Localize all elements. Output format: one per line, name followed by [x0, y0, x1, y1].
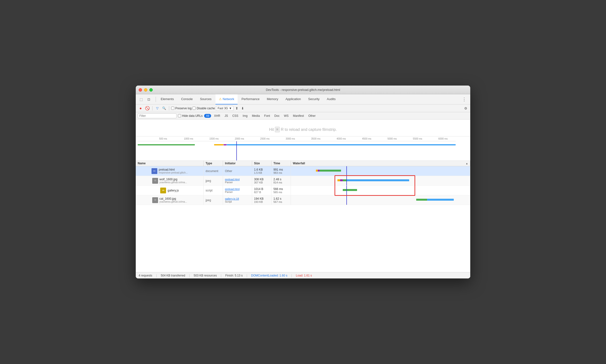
- hide-data-urls-input[interactable]: [178, 114, 181, 117]
- preserve-log-checkbox[interactable]: Preserve log: [171, 107, 192, 110]
- filter-doc-button[interactable]: Doc: [273, 114, 281, 118]
- preserve-log-input[interactable]: [171, 107, 174, 110]
- settings-button[interactable]: ⚙: [463, 106, 468, 111]
- tab-security[interactable]: Security: [305, 94, 323, 104]
- filter-all-button[interactable]: All: [204, 114, 211, 118]
- filter-input[interactable]: [138, 113, 176, 118]
- tab-audits[interactable]: Audits: [323, 94, 339, 104]
- file-url-4: yoavweiss.github.io/ima...: [159, 200, 187, 203]
- wf-marker-2: [346, 176, 347, 185]
- download-button[interactable]: ⬇: [240, 106, 245, 111]
- ruler-5500ms: 5500 ms: [413, 137, 422, 140]
- tab-sources[interactable]: Sources: [197, 94, 215, 104]
- td-waterfall-3: [291, 186, 470, 195]
- file-icon-wolf: 🖼: [152, 178, 158, 184]
- name-col-2: wolf_1600.jpg yoavweiss.github.io/ima...: [159, 178, 187, 184]
- file-url-1: responsive-preload.glitch...: [159, 171, 188, 174]
- tab-application[interactable]: Application: [282, 94, 304, 104]
- filter-css-button[interactable]: CSS: [231, 114, 240, 118]
- td-time-1: 991 ms 983 ms: [272, 166, 291, 176]
- name-col-1: preload.html responsive-preload.glitch..…: [159, 168, 188, 174]
- upload-button[interactable]: ⬆: [234, 106, 239, 111]
- devtools-window: DevTools - responsive-preload.glitch.me/…: [136, 86, 470, 278]
- filter-font-button[interactable]: Font: [263, 114, 272, 118]
- td-name-3: JS gallery.js: [136, 186, 204, 195]
- window-title: DevTools - responsive-preload.glitch.me/…: [266, 88, 340, 91]
- filter-js-button[interactable]: JS: [223, 114, 229, 118]
- record-button[interactable]: ●: [138, 105, 144, 111]
- td-initiator-3: preload.html Parser: [223, 186, 252, 195]
- load-time: Load: 1.61 s: [296, 274, 312, 277]
- device-icon[interactable]: ⊡: [145, 96, 152, 103]
- resources-size: 503 KB resources: [194, 274, 217, 277]
- td-size-2: 308 KB 307 KB: [252, 176, 272, 185]
- filter-img-button[interactable]: Img: [241, 114, 249, 118]
- filter-icon-button[interactable]: ▽: [154, 105, 160, 111]
- toolbar-divider-1: [152, 106, 152, 111]
- tab-icons: ⬚ ⊡: [138, 96, 152, 103]
- wf-marker-1: [346, 166, 347, 176]
- timeline-tracks: [138, 141, 456, 161]
- wf-bar-orange-2: [337, 179, 340, 181]
- network-toolbar: ● 🚫 ▽ 🔍 Preserve log Disable cache Fast …: [136, 104, 470, 112]
- ruler-4500ms: 4500 ms: [362, 137, 371, 140]
- table-row[interactable]: 🖼 wolf_1600.jpg yoavweiss.github.io/ima.…: [136, 176, 470, 186]
- filter-media-button[interactable]: Media: [250, 114, 261, 118]
- traffic-lights: [139, 88, 153, 91]
- wf-marker-4: [346, 195, 347, 205]
- td-waterfall-2: [291, 176, 470, 185]
- wf-bar-blue-4: [427, 199, 454, 201]
- filmstrip-area: Hit ⌘ R to reload and capture filmstrip.: [136, 119, 470, 136]
- td-name-2: 🖼 wolf_1600.jpg yoavweiss.github.io/ima.…: [136, 176, 204, 185]
- table-row[interactable]: <> preload.html responsive-preload.glitc…: [136, 166, 470, 176]
- stop-button[interactable]: 🚫: [145, 105, 150, 111]
- close-button[interactable]: [139, 88, 142, 91]
- table-row[interactable]: 🖼 cat_1600.jpg yoavweiss.github.io/ima..…: [136, 195, 470, 205]
- warning-icon: ⚠: [219, 97, 222, 101]
- tab-elements[interactable]: Elements: [157, 94, 177, 104]
- file-icon-cat: 🖼: [152, 197, 158, 203]
- filter-ws-button[interactable]: WS: [282, 114, 290, 118]
- wf-bar-orange: [316, 170, 317, 172]
- file-icon-js: JS: [160, 188, 166, 193]
- filter-xhr-button[interactable]: XHR: [212, 114, 222, 118]
- ruler-4000ms: 4000 ms: [336, 137, 346, 140]
- file-icon-html: <>: [152, 168, 157, 174]
- inspect-icon[interactable]: ⬚: [138, 96, 145, 103]
- status-bar: 4 requests | 504 KB transferred | 503 KB…: [136, 272, 470, 278]
- table-row[interactable]: JS gallery.js script preload.html Parser…: [136, 186, 470, 195]
- transferred-size: 504 KB transferred: [161, 274, 185, 277]
- tab-network[interactable]: ⚠ Network: [215, 94, 238, 104]
- maximize-button[interactable]: [149, 88, 153, 91]
- th-name: Name: [136, 161, 204, 166]
- throttle-dropdown[interactable]: Fast 3G ▼: [216, 106, 234, 111]
- td-size-4: 194 KB 193 KB: [252, 195, 272, 205]
- filter-other-button[interactable]: Other: [307, 114, 317, 118]
- hide-data-urls-checkbox[interactable]: Hide data URLs: [178, 114, 203, 117]
- wf-marker-3: [346, 186, 347, 195]
- tab-performance[interactable]: Performance: [238, 94, 263, 104]
- finish-time: Finish: 5.13 s: [225, 274, 243, 277]
- td-waterfall-4: [291, 195, 470, 205]
- minimize-button[interactable]: [144, 88, 147, 91]
- ruler-2500ms: 2500 ms: [260, 137, 270, 140]
- td-type-2: jpeg: [204, 176, 223, 185]
- toolbar-divider-2: [169, 106, 169, 111]
- disable-cache-input[interactable]: [192, 107, 196, 110]
- track-orange: [214, 144, 224, 145]
- timeline-marker: [236, 141, 237, 161]
- tab-memory[interactable]: Memory: [263, 94, 282, 104]
- ruler-1000ms: 1000 ms: [184, 137, 193, 140]
- title-bar: DevTools - responsive-preload.glitch.me/…: [136, 86, 470, 94]
- filter-manifest-button[interactable]: Manifest: [292, 114, 305, 118]
- wf-bar-green-1: [319, 170, 341, 172]
- wf-bar-blue-2: [346, 179, 409, 181]
- disable-cache-checkbox[interactable]: Disable cache: [192, 107, 215, 110]
- more-tabs-button[interactable]: ⋮: [460, 97, 468, 102]
- devtools-panel: ⬚ ⊡ Elements Console Sources ⚠ Network P…: [136, 94, 470, 278]
- wf-bar-purple: [318, 170, 319, 172]
- ruler-2000ms: 2000 ms: [235, 137, 244, 140]
- search-button[interactable]: 🔍: [161, 105, 167, 111]
- tab-console[interactable]: Console: [178, 94, 196, 104]
- th-waterfall: Waterfall ▲: [291, 161, 470, 166]
